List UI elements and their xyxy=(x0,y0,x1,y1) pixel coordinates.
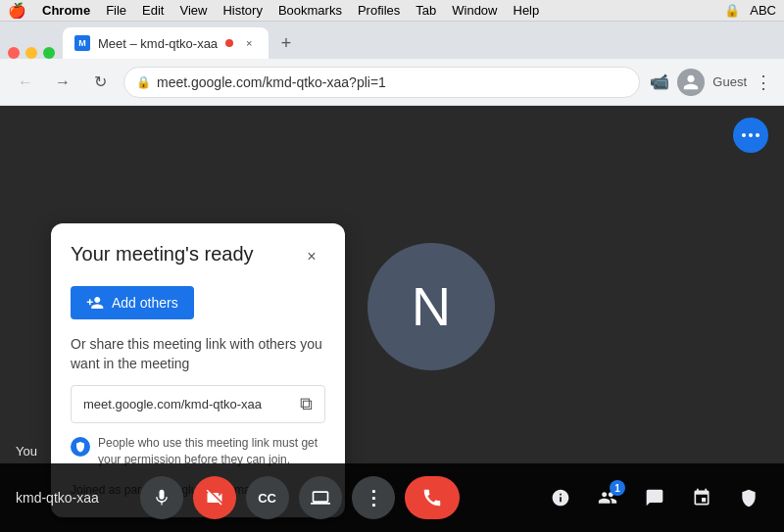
menu-bookmarks[interactable]: Bookmarks xyxy=(278,3,342,18)
abc-label: ABC xyxy=(750,3,776,18)
lock-status-icon: 🔒 xyxy=(724,3,740,18)
url-text: meet.google.com/kmd-qtko-xaa?pli=1 xyxy=(157,74,386,90)
menu-bar: 🍎 Chrome File Edit View History Bookmark… xyxy=(0,0,784,22)
security-button[interactable] xyxy=(729,478,768,517)
dialog-title: Your meeting's ready xyxy=(71,243,254,266)
menu-profiles[interactable]: Profiles xyxy=(358,3,400,18)
add-others-label: Add others xyxy=(112,295,178,311)
forward-button[interactable]: → xyxy=(49,69,76,96)
menu-view[interactable]: View xyxy=(179,3,207,18)
more-options-button[interactable]: ⋮ xyxy=(352,476,395,519)
tab-close-button[interactable]: × xyxy=(241,35,257,51)
reload-button[interactable]: ↻ xyxy=(86,69,114,96)
tab-bar: M Meet – kmd-qtko-xaa × + xyxy=(0,22,784,59)
active-tab[interactable]: M Meet – kmd-qtko-xaa × xyxy=(63,27,269,59)
people-badge: 1 xyxy=(610,480,625,496)
meeting-options-button[interactable] xyxy=(733,118,768,153)
bottom-bar: kmd-qtko-xaa CC xyxy=(0,463,784,532)
dot1 xyxy=(742,133,746,137)
chrome-menu-button[interactable]: ⋮ xyxy=(755,72,772,93)
meeting-controls: CC ⋮ xyxy=(140,476,460,519)
menu-window[interactable]: Window xyxy=(452,3,497,18)
camera-off-button[interactable] xyxy=(193,476,236,519)
add-others-button[interactable]: Add others xyxy=(71,286,194,319)
menu-file[interactable]: File xyxy=(106,3,126,18)
close-window-button[interactable] xyxy=(8,47,20,59)
ssl-lock-icon: 🔒 xyxy=(136,75,151,89)
shield-icon xyxy=(71,437,90,457)
activities-button[interactable] xyxy=(682,478,721,517)
recording-indicator xyxy=(225,39,233,47)
main-content: N Your meeting's ready × Add others Or s… xyxy=(0,106,784,532)
dialog-header: Your meeting's ready × xyxy=(71,243,325,270)
captions-button[interactable]: CC xyxy=(246,476,289,519)
url-bar[interactable]: 🔒 meet.google.com/kmd-qtko-xaa?pli=1 xyxy=(123,67,640,98)
tab-favicon: M xyxy=(74,35,90,51)
minimize-window-button[interactable] xyxy=(25,47,37,59)
menu-tab[interactable]: Tab xyxy=(416,3,436,18)
link-box: meet.google.com/kmd-qtko-xaa ⧉ xyxy=(71,385,325,423)
people-button[interactable]: 1 xyxy=(588,478,627,517)
user-avatar[interactable] xyxy=(677,69,705,96)
meeting-code: kmd-qtko-xaa xyxy=(16,490,99,506)
present-button[interactable] xyxy=(299,476,342,519)
apple-menu[interactable]: 🍎 xyxy=(8,2,26,20)
menu-help[interactable]: Help xyxy=(514,3,540,18)
meeting-link: meet.google.com/kmd-qtko-xaa xyxy=(83,397,292,411)
menu-history[interactable]: History xyxy=(222,3,262,18)
menu-chrome[interactable]: Chrome xyxy=(42,3,90,18)
main-video-avatar: N xyxy=(368,243,495,370)
you-label: You xyxy=(16,444,37,459)
video-camera-icon[interactable]: 📹 xyxy=(650,73,669,91)
window-controls xyxy=(8,47,55,59)
guest-label: Guest xyxy=(712,74,747,89)
address-bar: ← → ↻ 🔒 meet.google.com/kmd-qtko-xaa?pli… xyxy=(0,59,784,106)
share-text: Or share this meeting link with others y… xyxy=(71,335,325,373)
meeting-info-button[interactable] xyxy=(541,478,580,517)
menu-bar-right: 🔒 ABC xyxy=(724,3,776,18)
tab-title: Meet – kmd-qtko-xaa xyxy=(98,36,218,51)
back-button[interactable]: ← xyxy=(12,69,39,96)
microphone-button[interactable] xyxy=(140,476,183,519)
chat-button[interactable] xyxy=(635,478,674,517)
dot2 xyxy=(749,133,753,137)
right-controls: 1 xyxy=(541,478,768,517)
menu-edit[interactable]: Edit xyxy=(142,3,164,18)
maximize-window-button[interactable] xyxy=(43,47,55,59)
chrome-window: M Meet – kmd-qtko-xaa × + ← → ↻ 🔒 meet.g… xyxy=(0,22,784,532)
dot3 xyxy=(756,133,760,137)
avatar-letter: N xyxy=(412,274,451,338)
address-bar-right: 📹 Guest ⋮ xyxy=(650,69,772,96)
new-tab-button[interactable]: + xyxy=(272,29,300,57)
end-call-button[interactable] xyxy=(405,476,460,519)
dialog-close-button[interactable]: × xyxy=(298,243,325,270)
copy-link-button[interactable]: ⧉ xyxy=(300,394,313,414)
